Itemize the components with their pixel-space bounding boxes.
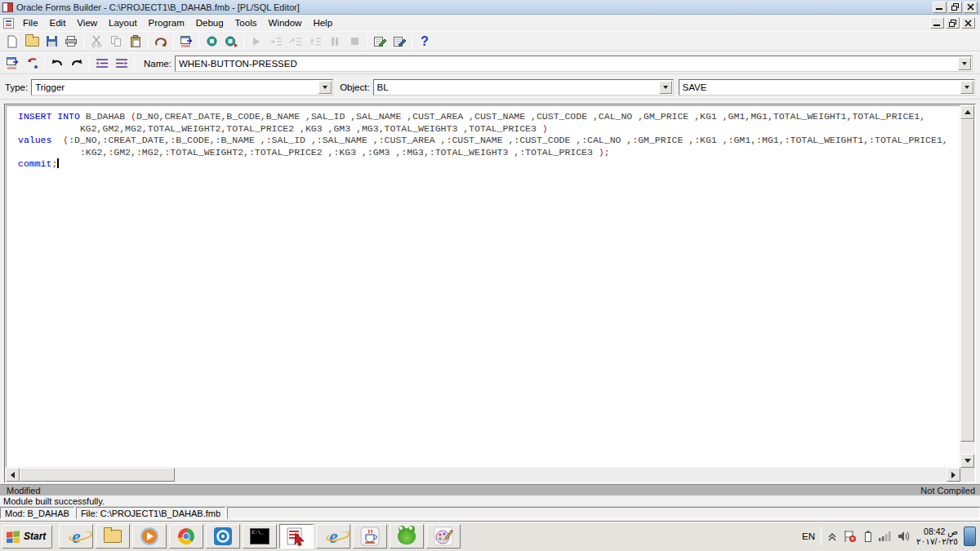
taskbar-toad[interactable] bbox=[390, 524, 424, 549]
empty-status-cell bbox=[227, 507, 980, 519]
copy-button[interactable] bbox=[106, 33, 126, 51]
close-button[interactable] bbox=[964, 2, 978, 13]
child-minimize-button[interactable] bbox=[930, 17, 944, 29]
code-area[interactable]: INSERT INTO B_DAHAB (D_NO,CREAT_DATE,B_C… bbox=[6, 105, 960, 468]
code-token: values bbox=[18, 135, 51, 145]
syntax-palette-button[interactable] bbox=[370, 33, 390, 51]
menu-tools[interactable]: Tools bbox=[229, 16, 263, 29]
stop-button[interactable] bbox=[345, 33, 364, 51]
scroll-down-button[interactable] bbox=[960, 454, 974, 468]
new-file-icon bbox=[7, 35, 18, 48]
restore-button[interactable] bbox=[948, 2, 962, 13]
object-item-dropdown-button[interactable] bbox=[960, 81, 973, 94]
menu-file[interactable]: File bbox=[17, 16, 44, 29]
object-value: BL bbox=[374, 82, 659, 92]
undo-icon bbox=[51, 58, 64, 69]
horizontal-scroll-thumb[interactable] bbox=[20, 468, 175, 482]
code-token: ) bbox=[542, 123, 548, 134]
new-button[interactable] bbox=[2, 33, 22, 51]
step-into-button[interactable] bbox=[266, 33, 286, 51]
menu-edit[interactable]: Edit bbox=[44, 16, 72, 29]
taskbar-chrome[interactable] bbox=[169, 524, 203, 549]
menu-layout[interactable]: Layout bbox=[103, 16, 143, 29]
compile-button[interactable] bbox=[202, 33, 221, 51]
code-token: D_NO,CREAT_DATE,B_CODE,B_NAME ,SAL_ID ,S… bbox=[136, 111, 925, 122]
outdent-button[interactable] bbox=[112, 55, 131, 73]
editor-status-bar: Modified Not Compiled bbox=[0, 484, 980, 495]
open-button[interactable] bbox=[22, 33, 42, 51]
save-button[interactable] bbox=[42, 33, 61, 51]
message-bar: Module built successfully. bbox=[0, 495, 980, 507]
vertical-scrollbar[interactable] bbox=[960, 105, 974, 468]
paste-button[interactable] bbox=[126, 33, 145, 51]
child-restore-button[interactable] bbox=[946, 17, 960, 29]
help-button[interactable]: ? bbox=[415, 33, 434, 51]
cut-button[interactable] bbox=[87, 33, 106, 51]
object-combobox[interactable]: BL bbox=[373, 79, 674, 96]
menu-view[interactable]: View bbox=[71, 16, 103, 29]
scroll-left-button[interactable] bbox=[6, 468, 20, 482]
debug-run-button[interactable] bbox=[247, 33, 266, 51]
taskbar-command-prompt[interactable]: C:\_ bbox=[243, 524, 277, 549]
app-icon bbox=[2, 2, 13, 12]
network-signal-icon[interactable] bbox=[878, 531, 892, 542]
menu-debug[interactable]: Debug bbox=[190, 16, 229, 29]
scroll-up-button[interactable] bbox=[960, 105, 974, 119]
action-center-flag-icon[interactable] bbox=[843, 530, 857, 543]
compile-plsql-icon: 0000 bbox=[6, 56, 20, 70]
object-dropdown-button[interactable] bbox=[659, 81, 672, 94]
battery-icon[interactable] bbox=[862, 530, 872, 543]
taskbar-internet-explorer[interactable]: e bbox=[59, 524, 93, 549]
taskbar-media-player[interactable] bbox=[132, 524, 167, 549]
child-close-button[interactable] bbox=[961, 17, 975, 29]
revert-button[interactable] bbox=[151, 33, 171, 51]
type-combobox[interactable]: Trigger bbox=[31, 79, 333, 96]
hidden-icons-chevron-icon[interactable] bbox=[827, 531, 837, 541]
taskbar-paint[interactable] bbox=[426, 524, 461, 549]
pause-button[interactable] bbox=[325, 33, 345, 51]
horizontal-scrollbar[interactable] bbox=[6, 468, 960, 482]
plsql-editor-document-icon[interactable] bbox=[3, 18, 14, 29]
run-form-button[interactable]: 0000 bbox=[176, 33, 196, 51]
name-combobox[interactable]: WHEN-BUTTON-PRESSED bbox=[175, 56, 973, 72]
taskbar-java[interactable] bbox=[353, 524, 387, 549]
stop-icon bbox=[350, 37, 359, 46]
oracle-forms-builder-icon bbox=[286, 527, 307, 546]
indent-button[interactable] bbox=[92, 55, 112, 73]
type-dropdown-button[interactable] bbox=[318, 81, 332, 94]
redo-icon bbox=[70, 58, 83, 69]
taskbar-internet-explorer-2[interactable]: e bbox=[316, 524, 350, 549]
windows-logo-icon bbox=[7, 530, 20, 543]
revert-changes-button[interactable] bbox=[22, 55, 42, 73]
scroll-right-button[interactable] bbox=[947, 468, 960, 482]
menu-program[interactable]: Program bbox=[143, 16, 190, 29]
vertical-scroll-thumb[interactable] bbox=[960, 119, 974, 442]
step-over-button[interactable] bbox=[286, 33, 305, 51]
taskbar-oracle-forms-builder[interactable] bbox=[279, 524, 314, 549]
code-token: :D_NO,:CREAT_DATE,:B_CODE,:B_NAME ,:SAL_… bbox=[69, 135, 948, 145]
redo-button[interactable] bbox=[67, 55, 87, 73]
start-button[interactable]: Start bbox=[2, 525, 52, 549]
copy-icon bbox=[110, 35, 122, 47]
volume-speaker-icon[interactable] bbox=[898, 531, 911, 542]
minimize-button[interactable] bbox=[933, 2, 947, 13]
menu-help[interactable]: Help bbox=[307, 16, 338, 29]
language-indicator[interactable]: EN bbox=[802, 531, 815, 541]
object-item-combobox[interactable]: SAVE bbox=[679, 79, 975, 96]
compile-all-button[interactable] bbox=[221, 33, 241, 51]
taskbar-format-factory[interactable] bbox=[206, 524, 240, 549]
menu-window[interactable]: Window bbox=[262, 16, 307, 29]
show-desktop-button[interactable] bbox=[964, 527, 976, 546]
plsql-editor-button[interactable] bbox=[390, 33, 409, 51]
name-dropdown-button[interactable] bbox=[958, 57, 971, 70]
close-icon bbox=[967, 3, 974, 11]
type-label: Type: bbox=[5, 82, 28, 92]
clock[interactable]: 08:42 ص ٢٠١٧/٠٢/٢٥ bbox=[916, 527, 958, 547]
compile-plsql-button[interactable]: 0000 bbox=[2, 55, 22, 73]
taskbar-file-explorer[interactable] bbox=[96, 524, 130, 549]
undo-button[interactable] bbox=[47, 55, 67, 73]
step-out-button[interactable] bbox=[305, 33, 325, 51]
print-button[interactable] bbox=[61, 33, 81, 51]
step-out-icon bbox=[309, 37, 322, 47]
child-restore-icon bbox=[949, 20, 957, 27]
